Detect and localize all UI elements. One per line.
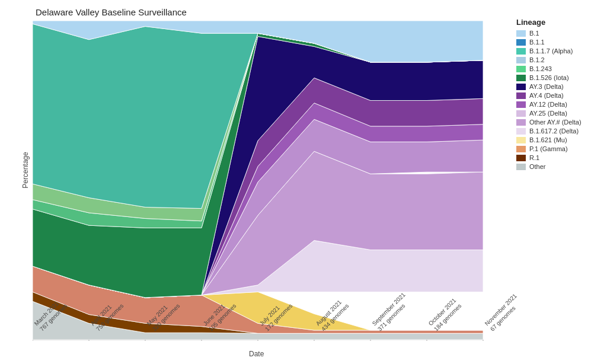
- legend-swatch: [516, 101, 526, 108]
- legend-item: AY.25 (Delta): [516, 110, 602, 117]
- legend: Lineage B.1 B.1.1 B.1.1.7 (Alpha) B.1.2 …: [516, 18, 602, 172]
- main-chart: 0 25 50 75 100: [33, 21, 504, 341]
- legend-item: B.1.617.2 (Delta): [516, 127, 602, 135]
- legend-item: AY.4 (Delta): [516, 92, 602, 99]
- legend-swatch: [516, 155, 526, 161]
- legend-item: B.1.526 (Iota): [516, 74, 602, 81]
- legend-swatch: [516, 84, 526, 90]
- legend-label: P.1 (Gamma): [529, 145, 568, 152]
- legend-swatch: [516, 48, 526, 55]
- legend-item: B.1.2: [516, 56, 602, 63]
- legend-item: B.1.1: [516, 39, 602, 46]
- legend-swatch: [516, 92, 526, 99]
- legend-item: AY.3 (Delta): [516, 83, 602, 90]
- legend-swatch: [516, 128, 526, 135]
- legend-swatch: [516, 110, 526, 117]
- legend-label: Other: [529, 163, 546, 170]
- legend-swatch: [516, 30, 526, 37]
- legend-label: B.1.243: [529, 65, 552, 72]
- legend-label: B.1: [529, 30, 539, 37]
- legend-swatch: [516, 39, 526, 46]
- legend-item: B.1.243: [516, 65, 602, 72]
- legend-swatch: [516, 137, 526, 143]
- legend-item: P.1 (Gamma): [516, 145, 602, 152]
- legend-label: AY.4 (Delta): [529, 92, 564, 99]
- chart-title: Delaware Valley Baseline Surveillance: [36, 7, 187, 17]
- legend-item: R.1: [516, 154, 602, 161]
- legend-item: AY.12 (Delta): [516, 101, 602, 108]
- legend-label: R.1: [529, 154, 539, 161]
- legend-swatch: [516, 57, 526, 63]
- legend-label: Other AY.# (Delta): [529, 119, 582, 126]
- legend-title: Lineage: [516, 18, 602, 27]
- legend-label: AY.3 (Delta): [529, 83, 564, 90]
- legend-swatch: [516, 119, 526, 126]
- legend-label: AY.12 (Delta): [529, 101, 567, 108]
- legend-label: B.1.1: [529, 39, 545, 46]
- legend-item: B.1: [516, 30, 602, 37]
- legend-label: B.1.621 (Mu): [529, 136, 567, 143]
- legend-swatch: [516, 66, 526, 72]
- legend-label: B.1.526 (Iota): [529, 74, 569, 81]
- legend-label: B.1.2: [529, 56, 545, 63]
- chart-container: Delaware Valley Baseline Surveillance Pe…: [0, 0, 607, 364]
- legend-item: Other: [516, 163, 602, 170]
- legend-item: Other AY.# (Delta): [516, 119, 602, 126]
- legend-items: B.1 B.1.1 B.1.1.7 (Alpha) B.1.2 B.1.243 …: [516, 30, 602, 170]
- legend-swatch: [516, 75, 526, 81]
- legend-item: B.1.1.7 (Alpha): [516, 47, 602, 55]
- legend-swatch: [516, 146, 526, 152]
- legend-label: AY.25 (Delta): [529, 110, 567, 117]
- legend-label: B.1.1.7 (Alpha): [529, 47, 573, 55]
- legend-item: B.1.621 (Mu): [516, 136, 602, 143]
- y-axis-label: Percentage: [21, 152, 30, 188]
- legend-swatch: [516, 164, 526, 170]
- legend-label: B.1.617.2 (Delta): [529, 127, 579, 135]
